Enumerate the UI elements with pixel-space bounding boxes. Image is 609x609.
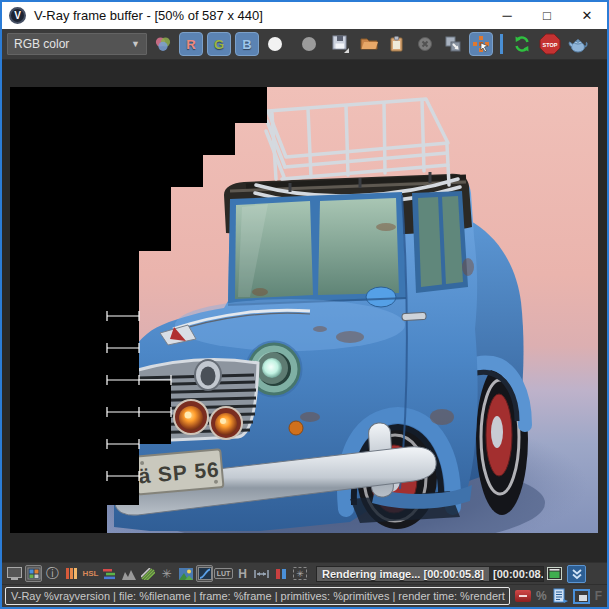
white-balance-button[interactable]: ✳ <box>158 565 175 582</box>
circle-x-icon <box>416 35 434 53</box>
channel-select-value: RGB color <box>14 37 69 51</box>
title-bar[interactable]: V V-Ray frame buffer - [50% of 587 x 440… <box>2 2 607 29</box>
green-channel-button[interactable]: G <box>207 32 231 56</box>
duplicate-windows-icon <box>444 35 463 54</box>
vray-logo-icon: V <box>9 7 26 24</box>
progress-eta: [00:00:08.0 est] <box>489 568 544 580</box>
gradient-bars-icon <box>66 567 78 580</box>
load-image-button[interactable] <box>357 32 381 56</box>
lut-icon: LUT <box>214 568 233 579</box>
landscape-icon <box>179 568 193 580</box>
compare-bars-icon <box>275 568 287 580</box>
stamp-icon: ✳ <box>293 567 307 580</box>
unrendered-overlay <box>10 87 598 533</box>
window-title: V-Ray frame buffer - [50% of 587 x 440] <box>34 8 263 23</box>
histogram-icon <box>122 568 136 580</box>
curves-button[interactable] <box>196 565 213 582</box>
svg-text:STOP: STOP <box>543 42 558 48</box>
clipboard-icon <box>388 35 406 54</box>
info-icon: ⓘ <box>46 567 59 580</box>
color-clamp-button[interactable] <box>63 565 80 582</box>
red-channel-button[interactable]: R <box>179 32 203 56</box>
pixel-info-button[interactable] <box>25 565 42 582</box>
curve-icon <box>198 567 212 580</box>
save-image-button[interactable] <box>329 32 353 56</box>
font-button[interactable]: F <box>595 589 602 603</box>
rgb-channels-button[interactable] <box>151 32 175 56</box>
stamp-color-button[interactable] <box>515 590 531 602</box>
render-image[interactable]: ä SP 56 <box>10 87 598 533</box>
stamp-window-button[interactable] <box>573 589 590 604</box>
icc-profile-button[interactable]: H <box>234 565 251 582</box>
green-window-icon <box>547 567 562 580</box>
lut-button[interactable]: LUT <box>215 565 232 582</box>
h-letter-icon: H <box>238 568 247 580</box>
background-image-button[interactable] <box>177 565 194 582</box>
color-rows-icon <box>103 568 117 580</box>
render-last-button[interactable] <box>510 32 534 56</box>
open-corrections-window-button[interactable] <box>546 565 563 582</box>
horizontal-arrows-icon <box>254 569 269 579</box>
exposure-button[interactable] <box>139 565 156 582</box>
info-button[interactable]: ⓘ <box>44 565 61 582</box>
stamp-statusbar: V-Ray %vrayversion | file: %filename | f… <box>2 584 607 607</box>
alpha-button[interactable] <box>297 32 321 56</box>
close-button[interactable]: ✕ <box>567 2 607 29</box>
hsl-button[interactable]: HSL <box>82 565 99 582</box>
track-mouse-icon <box>471 34 491 54</box>
color-swatches-icon <box>27 567 41 580</box>
stamp-button[interactable]: ✳ <box>291 565 308 582</box>
stop-render-button[interactable]: STOP <box>538 32 562 56</box>
stereo-button[interactable] <box>253 565 270 582</box>
monitor-icon <box>7 567 22 580</box>
progress-text: Rendering image... [00:00:05.8] <box>322 568 484 580</box>
gray-circle-icon <box>300 35 318 53</box>
vray-frame-buffer-window: V V-Ray frame buffer - [50% of 587 x 440… <box>0 0 609 609</box>
teapot-icon <box>567 34 589 54</box>
stamp-text: V-Ray %vrayversion | file: %filename | f… <box>11 590 505 602</box>
white-circle-icon <box>266 35 284 53</box>
clear-image-button[interactable] <box>413 32 437 56</box>
refresh-arrows-icon <box>512 34 532 54</box>
flower-icon: ✳ <box>161 568 171 580</box>
show-corrections-button[interactable] <box>6 565 23 582</box>
render-button[interactable] <box>566 32 590 56</box>
percent-button[interactable]: % <box>536 589 547 603</box>
vfb-toolbar: RGB color ▼ R G B <box>2 29 607 60</box>
monochrome-button[interactable] <box>263 32 287 56</box>
folder-open-icon <box>360 35 379 53</box>
compare-button[interactable] <box>272 565 289 582</box>
floppy-disk-icon <box>331 34 351 54</box>
minimize-button[interactable]: ─ <box>487 2 527 29</box>
collapse-toolbar-button[interactable] <box>567 565 586 583</box>
render-progress-bar: Rendering image... [00:00:05.8] [00:00:0… <box>316 566 544 582</box>
blue-channel-button[interactable]: B <box>235 32 259 56</box>
diagonal-stripes-icon <box>141 568 155 580</box>
channel-select[interactable]: RGB color ▼ <box>7 33 147 55</box>
maximize-button[interactable]: □ <box>527 2 567 29</box>
hsl-icon: HSL <box>83 570 99 578</box>
render-view-area: ä SP 56 <box>2 60 607 562</box>
progress-fill: Rendering image... [00:00:05.8] <box>317 567 489 581</box>
track-mouse-button[interactable] <box>469 32 493 56</box>
chevron-down-icon: ▼ <box>131 39 140 49</box>
vfb-corrections-toolbar: ⓘ HSL ✳ <box>2 562 607 584</box>
duplicate-to-host-button[interactable] <box>441 32 465 56</box>
minus-icon <box>519 595 527 597</box>
svg-text:✳: ✳ <box>296 569 304 579</box>
levels-button[interactable] <box>120 565 137 582</box>
stamp-text-field[interactable]: V-Ray %vrayversion | file: %filename | f… <box>5 587 510 605</box>
venn-circles-icon <box>154 35 172 53</box>
color-balance-button[interactable] <box>101 565 118 582</box>
toolbar-separator <box>500 34 503 54</box>
copy-to-clipboard-button[interactable] <box>385 32 409 56</box>
stop-sign-icon: STOP <box>539 33 561 55</box>
double-chevron-down-icon <box>571 568 583 580</box>
stamp-lines-button[interactable] <box>552 588 568 604</box>
